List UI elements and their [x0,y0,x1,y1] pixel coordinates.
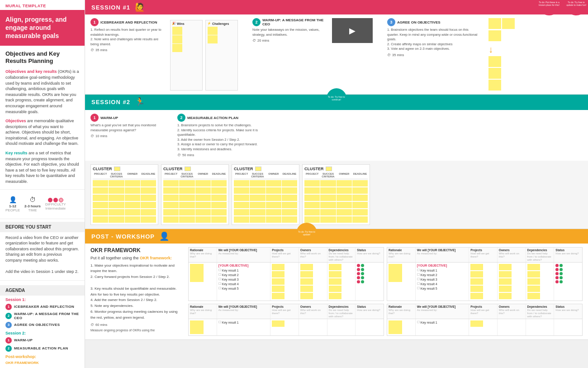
num-1: 1 [90,18,99,26]
session1-agenda-label: Session 1: [0,296,85,303]
th-deps-1: DependenciesDo we need help from / to co… [327,248,356,262]
okr-description-block: OKR FRAMEWORK Put it all together using … [90,247,181,336]
agenda-item-map[interactable]: 2 MEASURABLE ACTION PLAN [0,344,85,353]
agree-time: ⏱ 35 mins [387,53,478,57]
warmup-time: ⏱ 10 mins [90,134,163,138]
agenda-label-s2-2: MEASURABLE ACTION PLAN [14,346,68,350]
sticky-a3 [488,30,501,41]
agenda-num-s2-1: 1 [5,337,12,344]
agenda-okr-framework[interactable]: OKR FRAMEWORK [0,360,85,366]
description3: Key results are a set of metrics that me… [0,148,85,186]
callout-text-1: To do: Put these in a known place for th… [537,0,561,8]
wins-challenges-area: 🎉 Wins ⚡ Challenges [170,20,238,91]
status-col-1 [356,263,384,301]
icebreaker-desc: 1. Reflect on results from last quarter … [90,28,163,47]
ceo-time: ⏱ 20 mins [252,38,325,43]
status-col-3 [356,319,384,335]
main-content: SESSION #1 🙋 To do: Put these in a known… [85,0,588,368]
cluster-4-rows [304,180,368,223]
session1-header: SESSION #1 🙋 To do: Put these in a known… [85,0,588,14]
deps-col-2 [526,263,555,301]
okr-table-2-body: [YOUR OBJECTIVE] ☐Key result 1 ☐Key resu… [387,263,582,301]
clock-icon-s2-1: ⏱ [90,134,94,138]
projects-col-2 [469,263,498,301]
cluster-color-4 [326,167,332,171]
ceo-video: ▶ [332,18,373,43]
th-rationale-3: RationaleWhy are we doing that? [189,304,217,319]
postworkshop-row: POST - WORKSHOP 👤 To do: Try free to upd… [85,229,588,340]
th-rationale-4: RationaleWhy are we doing that? [387,304,416,319]
deps-col-3 [327,319,356,335]
session2-header: SESSION #2 🏃 To do: Try free to continue… [85,95,588,109]
wins-box: 🎉 Wins [170,20,203,91]
mural-label: MURAL TEMPLATE [0,0,85,10]
clock-icon-1: ⏱ [90,48,94,52]
th-status-2: StatusHow are we doing? [554,248,582,262]
cluster-row-2 [93,187,156,194]
okr-table-1-body: [YOUR OBJECTIVE] ☐Key result 1 ☐Key resu… [189,263,384,301]
th-deps-4: DependenciesDo we need help from / to co… [526,304,555,319]
cluster-2-rows [163,180,227,223]
projects-col-1 [270,263,299,301]
session1-icon: 🙋 [135,2,145,12]
th-owners-2: OwnersWho will work on this? [498,248,526,262]
callout-post-text: To do: Try free to update! [296,229,317,237]
th-rationale-2: RationaleWhy are we doing that? [387,248,416,262]
kr-1-3: ☐Key result 3 [218,277,269,281]
agenda-item-warmup[interactable]: 1 WARM-UP [0,336,85,344]
status-pair-1-1 [357,264,382,267]
sticky-a1 [488,18,501,29]
map-title: MEASURABLE ACTION PLAN [187,116,238,120]
okr-tables-row1: RationaleWhy are we doing that? We will … [188,247,583,301]
okr-steps: 1. Make your objectives inspirational to… [90,263,181,321]
okr-table-3: RationaleWhy are we doing that? We will … [188,304,384,336]
challenges-icon: ⚡ [207,22,211,25]
icebreaker-time: ⏱ 35 mins [90,48,163,52]
agenda-num-2: 2 [5,313,12,319]
status-col-4 [554,319,582,335]
kr-1-1: ☐Key result 1 [218,268,269,272]
rationale-sticky-1 [190,264,204,282]
col-project: PROJECT [93,172,108,178]
agenda-label-s2-1: WARM-UP [14,338,33,342]
cluster-3-header: CLUSTER [234,167,297,171]
agenda-item-agree[interactable]: 3 AGREE ON OBJECTIVES [0,321,85,329]
th-projects-1: ProjectsHow will we get there? [270,248,299,262]
meta-time: ⏱ 2-3 hours TIME [24,196,41,212]
owners-col-2 [498,263,526,301]
okr-tables-row2: RationaleWhy are we doing that? We will … [188,304,583,336]
cluster-4-cols: PROJECT SUCCES CRITERIA OWNER DEADLINE [304,172,368,179]
cluster-label-1: CLUSTER [93,167,112,171]
session1-body: 1 ICEBREAKER AND REFLECTION 1. Reflect o… [85,14,588,94]
num-s2-2: 2 [177,114,185,122]
agenda-label-3: AGREE ON OBJECTIVES [14,323,60,327]
sticky-w2 [172,35,182,43]
cluster-row-6 [93,216,156,223]
kr-2-2: ☐Key result 2 [417,273,467,277]
session2-row: SESSION #2 🏃 To do: Try free to continue… [85,95,588,229]
kr-2-1: ☐Key result 1 [417,268,467,272]
agree-title: AGREE ON OBJECTIVES [397,20,441,24]
okr-table-2: RationaleWhy are we doing that? We will … [387,247,583,301]
th-owners-3: OwnersWho will work on this? [299,304,327,319]
kr-2-3: ☐Key result 3 [417,277,467,281]
cluster-row-4 [93,202,156,208]
agenda-num-3: 3 [5,322,12,328]
challenges-title: ⚡ Challenges [207,22,236,25]
agree-head: 3 AGREE ON OBJECTIVES [387,18,478,26]
challenges-box: ⚡ Challenges [205,20,238,91]
warmup-title: WARM-UP [100,116,118,120]
kr-1-4: ☐Key result 4 [218,282,269,286]
agenda-item-icebreaker[interactable]: 1 ICEBREAKER AND REFLECTION [0,303,85,311]
cluster-color-3 [255,167,261,171]
session2-agenda-label: Session 2: [0,329,85,336]
rationale-col-1 [189,263,217,301]
clock-icon-2: ⏱ [252,38,256,43]
objective-text-2: [YOUR OBJECTIVE] [417,264,467,267]
callout-circle-1: To do: Put these in a known place for th… [537,0,561,15]
cluster-row-1 [93,180,156,186]
agenda-item-warmup-ceo[interactable]: 2 WARM-UP: A MESSAGE FROM THE CEO [0,311,85,321]
stickies-row2 [488,30,515,41]
okr-table-3-header: RationaleWhy are we doing that? We will … [189,304,384,319]
meta-people: 👤 1-12 PEOPLE [5,196,20,212]
